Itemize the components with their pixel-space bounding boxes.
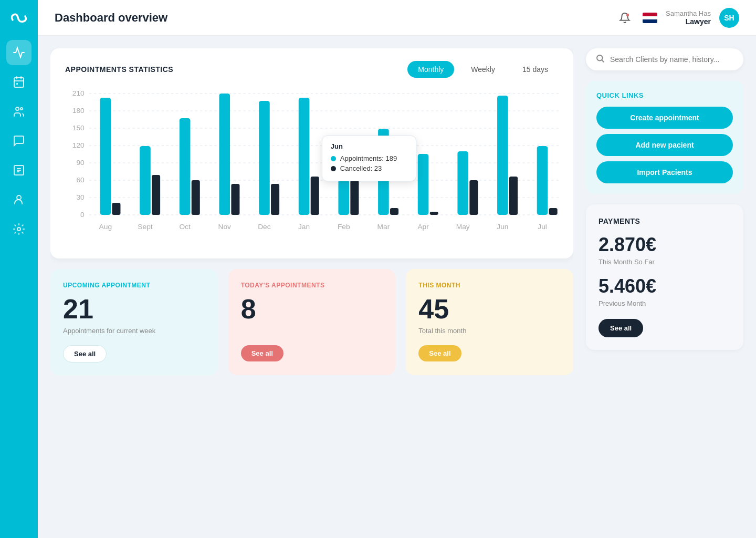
svg-text:May: May xyxy=(456,223,470,231)
body-layout: APPOINTMENTS STATISTICS Monthly Weekly 1… xyxy=(38,36,756,538)
svg-text:150: 150 xyxy=(72,125,85,132)
svg-rect-39 xyxy=(271,184,279,215)
create-appointment-button[interactable]: Create appointment xyxy=(596,107,733,129)
filter-15days[interactable]: 15 days xyxy=(512,61,559,78)
previous-amount: 5.460€ xyxy=(598,275,731,297)
today-number: 8 xyxy=(241,295,383,323)
svg-rect-38 xyxy=(259,101,270,215)
user-role: Lawyer xyxy=(666,17,711,26)
svg-rect-42 xyxy=(338,180,349,215)
svg-text:Nov: Nov xyxy=(218,223,232,231)
tooltip-month: Jun xyxy=(331,142,407,150)
svg-text:Jan: Jan xyxy=(298,223,310,231)
svg-rect-34 xyxy=(180,118,191,215)
this-month-card: THIS MONTH 45 Total this month See all xyxy=(406,269,573,375)
payments-see-all-button[interactable]: See all xyxy=(598,319,643,337)
this-month-desc: Total this month xyxy=(418,327,561,335)
svg-point-11 xyxy=(17,195,21,200)
svg-point-13 xyxy=(626,13,629,16)
svg-text:Aug: Aug xyxy=(99,223,112,231)
svg-rect-35 xyxy=(192,180,200,215)
search-input[interactable] xyxy=(610,55,734,64)
svg-text:90: 90 xyxy=(76,159,84,167)
svg-rect-50 xyxy=(497,96,508,215)
svg-text:Jun: Jun xyxy=(497,223,508,231)
svg-rect-52 xyxy=(537,146,548,215)
upcoming-label: UPCOMING APPOINTMENT xyxy=(63,282,205,289)
svg-text:Jul: Jul xyxy=(538,223,547,231)
svg-text:Apr: Apr xyxy=(417,223,429,231)
sidebar-item-settings[interactable] xyxy=(6,216,32,242)
tooltip-appointments: Appointments: 189 xyxy=(331,154,407,162)
filter-monthly[interactable]: Monthly xyxy=(407,61,454,78)
chart-filters: Monthly Weekly 15 days xyxy=(407,61,559,78)
user-info[interactable]: Samantha Has Lawyer xyxy=(666,9,711,26)
current-desc: This Month So Far xyxy=(598,258,731,266)
sidebar-item-profile[interactable] xyxy=(6,187,32,212)
sidebar-item-messages[interactable] xyxy=(6,128,32,153)
svg-text:Sept: Sept xyxy=(138,223,153,231)
svg-rect-48 xyxy=(457,151,468,215)
sidebar xyxy=(0,0,38,538)
svg-text:Feb: Feb xyxy=(338,223,350,231)
current-amount: 2.870€ xyxy=(598,234,731,256)
search-icon xyxy=(595,54,605,65)
todays-appointments-card: TODAY'S APPOINTMENTS 8 See all xyxy=(228,269,396,375)
quick-links-title: QUICK LINKS xyxy=(596,91,733,99)
svg-text:30: 30 xyxy=(76,194,84,201)
svg-rect-53 xyxy=(549,208,558,215)
this-month-see-all-button[interactable]: See all xyxy=(418,345,461,361)
payments-card: PAYMENTS 2.870€ This Month So Far 5.460€… xyxy=(586,204,743,350)
add-new-pacient-button[interactable]: Add new pacient xyxy=(596,134,733,156)
chart-area: 210 180 150 120 90 60 30 0 xyxy=(65,88,559,246)
this-month-label: THIS MONTH xyxy=(418,282,561,289)
svg-rect-32 xyxy=(140,146,151,215)
svg-text:Mar: Mar xyxy=(377,223,390,231)
notifications-button[interactable] xyxy=(615,8,634,27)
language-selector[interactable] xyxy=(643,13,657,23)
svg-rect-36 xyxy=(219,94,230,215)
user-avatar[interactable]: SH xyxy=(719,8,739,28)
sidebar-item-clients[interactable] xyxy=(6,99,32,124)
quick-links-card: QUICK LINKS Create appointment Add new p… xyxy=(586,81,743,194)
svg-text:180: 180 xyxy=(72,107,85,115)
svg-point-6 xyxy=(20,108,23,110)
main-content: Dashboard overview Samantha Has Lawyer S… xyxy=(38,0,756,538)
svg-point-12 xyxy=(17,227,20,231)
sidebar-item-documents[interactable] xyxy=(6,158,32,183)
today-see-all-button[interactable]: See all xyxy=(241,345,284,361)
filter-weekly[interactable]: Weekly xyxy=(460,61,506,78)
cancelled-dot xyxy=(331,166,336,171)
svg-text:120: 120 xyxy=(72,142,85,149)
header-actions: Samantha Has Lawyer SH xyxy=(615,8,739,28)
chart-tooltip: Jun Appointments: 189 Cancelled: 23 xyxy=(322,136,416,181)
svg-text:Dec: Dec xyxy=(258,223,271,231)
appointments-dot xyxy=(331,156,336,161)
appointments-chart: 210 180 150 120 90 60 30 0 xyxy=(65,88,559,246)
bottom-cards: UPCOMING APPOINTMENT 21 Appointments for… xyxy=(50,269,573,375)
svg-rect-49 xyxy=(469,180,478,215)
svg-rect-45 xyxy=(390,208,398,215)
chart-title: APPOINTMENTS STATISTICS xyxy=(65,65,173,74)
left-panel: APPOINTMENTS STATISTICS Monthly Weekly 1… xyxy=(50,48,573,525)
app-logo[interactable] xyxy=(7,8,30,32)
user-name: Samantha Has xyxy=(666,9,711,17)
right-panel: QUICK LINKS Create appointment Add new p… xyxy=(586,48,743,525)
sidebar-item-calendar[interactable] xyxy=(6,69,32,95)
svg-rect-41 xyxy=(311,177,319,215)
today-label: TODAY'S APPOINTMENTS xyxy=(241,282,383,289)
sidebar-item-activity[interactable] xyxy=(6,40,32,65)
tooltip-cancelled: Cancelled: 23 xyxy=(331,164,407,172)
svg-rect-33 xyxy=(152,175,160,215)
svg-point-5 xyxy=(16,107,19,110)
upcoming-desc: Appointments for current week xyxy=(63,327,205,335)
import-pacients-button[interactable]: Import Pacients xyxy=(596,161,733,183)
svg-rect-37 xyxy=(231,184,239,215)
svg-text:210: 210 xyxy=(72,90,85,97)
svg-rect-0 xyxy=(14,78,24,87)
svg-rect-31 xyxy=(112,203,120,215)
upcoming-number: 21 xyxy=(63,295,205,323)
chart-card: APPOINTMENTS STATISTICS Monthly Weekly 1… xyxy=(50,48,573,258)
svg-rect-46 xyxy=(418,154,429,215)
upcoming-see-all-button[interactable]: See all xyxy=(63,345,107,363)
